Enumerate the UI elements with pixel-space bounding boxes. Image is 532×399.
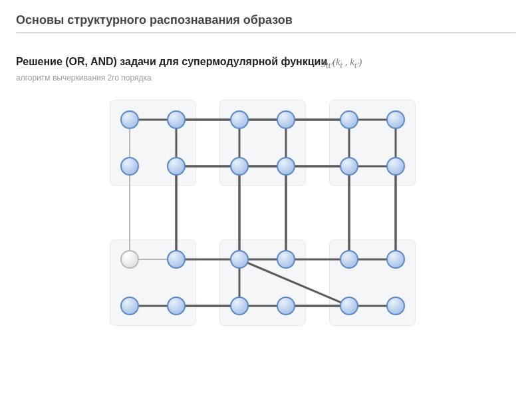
diagram-canvas xyxy=(103,93,422,386)
caption: алгоритм вычеркивания 2го порядка xyxy=(16,73,516,82)
subtitle: Решение (OR, AND) задачи для супермодуля… xyxy=(16,56,327,67)
graph-node xyxy=(231,251,248,268)
graph-node xyxy=(168,297,185,315)
header: Основы структурного распознавания образо… xyxy=(16,13,516,39)
subheader: Решение (OR, AND) задачи для супермодуля… xyxy=(16,56,516,82)
graph-node xyxy=(387,251,404,268)
graph-node xyxy=(168,251,185,268)
graph-node xyxy=(277,251,295,268)
graph-node xyxy=(231,111,248,128)
graph-node xyxy=(340,111,358,128)
graph-node xyxy=(168,158,185,175)
graph-node xyxy=(121,111,138,128)
graph-node xyxy=(231,158,248,175)
graph-node xyxy=(121,158,138,175)
graph-node xyxy=(387,158,404,175)
graph-node xyxy=(231,297,248,315)
page-title: Основы структурного распознавания образо… xyxy=(16,13,516,27)
graph-node xyxy=(387,111,404,128)
graph-node xyxy=(387,297,404,315)
slide: Основы структурного распознавания образо… xyxy=(0,0,532,399)
formula: gtt′(kt , kt′) xyxy=(321,57,362,67)
graph-node xyxy=(121,297,138,315)
graph-node xyxy=(340,158,358,175)
graph-node xyxy=(340,297,358,315)
header-rule xyxy=(16,33,516,33)
graph-node-disabled xyxy=(121,251,138,268)
graph-node xyxy=(277,158,295,175)
graph-svg xyxy=(103,93,422,386)
graph-node xyxy=(340,251,358,268)
graph-node xyxy=(277,297,295,315)
graph-node xyxy=(277,111,295,128)
graph-edge xyxy=(239,259,349,306)
graph-node xyxy=(168,111,185,128)
